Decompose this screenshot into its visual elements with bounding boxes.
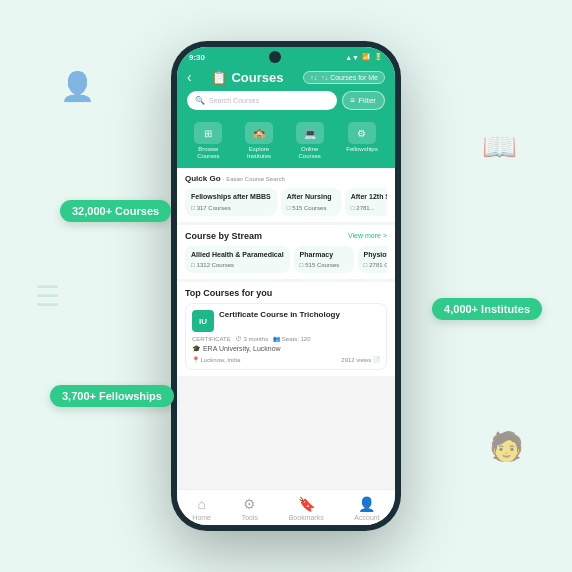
fellowships-label: Fellowships bbox=[346, 146, 377, 153]
course-name: Certificate Course in Trichology bbox=[219, 310, 340, 320]
courses-icon: 📋 bbox=[211, 70, 227, 85]
course-seats: 👥 Seats: 120 bbox=[273, 335, 310, 342]
browse-label: BrowseCourses bbox=[197, 146, 219, 160]
account-label: Account bbox=[354, 514, 379, 521]
fellowships-icon: ⚙ bbox=[348, 122, 376, 144]
browse-icon: ⊞ bbox=[194, 122, 222, 144]
sort-icon: ↑↓ bbox=[310, 74, 317, 81]
phone-screen: 9:30 ▲▼ 📶 🔋 ‹ 📋 Courses ↑↓ ↑↓ Courses fo… bbox=[177, 47, 395, 525]
search-box[interactable]: 🔍 Search Courses bbox=[187, 91, 337, 110]
bg-icon-person: 🧑 bbox=[489, 430, 524, 463]
online-icon: 💻 bbox=[296, 122, 324, 144]
callout-fellowships: 3,700+ Fellowships bbox=[50, 385, 174, 407]
stream-cards: Allied Health & Paramedical □1312 Course… bbox=[185, 246, 387, 273]
explore-label: ExploreInstitutes bbox=[247, 146, 271, 160]
course-type: CERTIFICATE bbox=[192, 335, 231, 342]
callout-courses: 32,000+ Courses bbox=[60, 200, 171, 222]
back-button[interactable]: ‹ bbox=[187, 69, 192, 85]
callout-institutes: 4,000+ Institutes bbox=[432, 298, 542, 320]
category-fellowships[interactable]: ⚙ Fellowships bbox=[346, 122, 377, 160]
status-icons: ▲▼ 📶 🔋 bbox=[345, 53, 383, 61]
quick-go-title: Quick Go · Easier Course Search bbox=[185, 174, 387, 183]
quick-go-cards: Fellowships after MBBS □317 Courses Afte… bbox=[185, 188, 387, 215]
app-header: ‹ 📋 Courses ↑↓ ↑↓ Courses for Me 🔍 Searc… bbox=[177, 65, 395, 118]
courses-for-me-button[interactable]: ↑↓ ↑↓ Courses for Me bbox=[303, 71, 385, 84]
course-card[interactable]: IU Certificate Course in Trichology CERT… bbox=[185, 303, 387, 370]
nav-tools[interactable]: ⚙ Tools bbox=[242, 496, 258, 521]
course-logo: IU bbox=[192, 310, 214, 332]
content-area: Quick Go · Easier Course Search Fellowsh… bbox=[177, 168, 395, 489]
top-courses-title: Top Courses for you bbox=[185, 288, 387, 298]
bg-icon-list: ☰ bbox=[35, 280, 60, 313]
qg-card-nursing[interactable]: After Nursing □515 Courses bbox=[281, 188, 341, 215]
category-online[interactable]: 💻 OnlineCourses bbox=[296, 122, 324, 160]
stream-card-physio[interactable]: Physioth... □2781 C... bbox=[358, 246, 387, 273]
filter-button[interactable]: ≡ Filter bbox=[342, 91, 385, 110]
phone-shell: 9:30 ▲▼ 📶 🔋 ‹ 📋 Courses ↑↓ ↑↓ Courses fo… bbox=[171, 41, 401, 531]
course-duration: ⏱ 3 months bbox=[236, 335, 268, 342]
bg-icon-user: 👤 bbox=[60, 70, 95, 103]
bg-icon-book: 📖 bbox=[482, 130, 517, 163]
bottom-navigation: ⌂ Home ⚙ Tools 🔖 Bookmarks 👤 Account bbox=[177, 489, 395, 525]
qg-card-12th[interactable]: After 12th Science □2781... bbox=[345, 188, 387, 215]
course-location: 📍 Lucknow, India 2912 views 📄 bbox=[192, 356, 380, 363]
qg-card-fellowships[interactable]: Fellowships after MBBS □317 Courses bbox=[185, 188, 277, 215]
stream-section-header: Course by Stream View more > bbox=[185, 231, 387, 241]
quick-go-section: Quick Go · Easier Course Search Fellowsh… bbox=[177, 168, 395, 221]
explore-icon: 🏫 bbox=[245, 122, 273, 144]
status-time: 9:30 bbox=[189, 53, 205, 62]
bookmarks-label: Bookmarks bbox=[289, 514, 324, 521]
top-courses-section: Top Courses for you IU Certificate Cours… bbox=[177, 282, 395, 376]
stream-card-allied[interactable]: Allied Health & Paramedical □1312 Course… bbox=[185, 246, 290, 273]
category-browse[interactable]: ⊞ BrowseCourses bbox=[194, 122, 222, 160]
course-university: 🎓 ERA University, Lucknow bbox=[192, 345, 380, 353]
course-meta: CERTIFICATE ⏱ 3 months 👥 Seats: 120 bbox=[192, 335, 380, 342]
search-placeholder: Search Courses bbox=[209, 97, 259, 104]
page-title: 📋 Courses bbox=[211, 70, 283, 85]
course-by-stream-section: Course by Stream View more > Allied Heal… bbox=[177, 225, 395, 279]
nav-account[interactable]: 👤 Account bbox=[354, 496, 379, 521]
category-explore[interactable]: 🏫 ExploreInstitutes bbox=[245, 122, 273, 160]
search-icon: 🔍 bbox=[195, 96, 205, 105]
nav-bookmarks[interactable]: 🔖 Bookmarks bbox=[289, 496, 324, 521]
status-bar: 9:30 ▲▼ 📶 🔋 bbox=[177, 47, 395, 65]
notch bbox=[269, 51, 281, 63]
account-icon: 👤 bbox=[358, 496, 375, 512]
bookmarks-icon: 🔖 bbox=[298, 496, 315, 512]
home-icon: ⌂ bbox=[197, 496, 205, 512]
nav-home[interactable]: ⌂ Home bbox=[192, 496, 211, 521]
view-more-link[interactable]: View more > bbox=[348, 232, 387, 239]
tools-icon: ⚙ bbox=[243, 496, 256, 512]
online-label: OnlineCourses bbox=[298, 146, 320, 160]
categories-row: ⊞ BrowseCourses 🏫 ExploreInstitutes 💻 On… bbox=[177, 118, 395, 168]
stream-section-title: Course by Stream bbox=[185, 231, 262, 241]
home-label: Home bbox=[192, 514, 211, 521]
stream-card-pharmacy[interactable]: Pharmacy □515 Courses bbox=[294, 246, 354, 273]
filter-icon: ≡ bbox=[351, 96, 356, 105]
tools-label: Tools bbox=[242, 514, 258, 521]
